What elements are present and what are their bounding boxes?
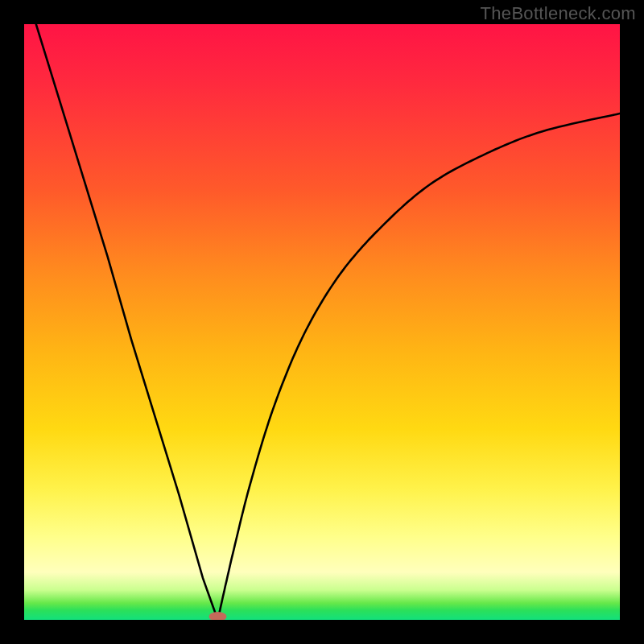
curve-layer: [24, 24, 620, 620]
watermark-text: TheBottleneck.com: [481, 3, 636, 24]
plot-area: [24, 24, 620, 620]
minimum-marker: [209, 612, 227, 620]
curve-right-branch: [218, 114, 621, 620]
chart-frame: TheBottleneck.com: [0, 0, 644, 644]
curve-left-branch: [36, 24, 218, 620]
